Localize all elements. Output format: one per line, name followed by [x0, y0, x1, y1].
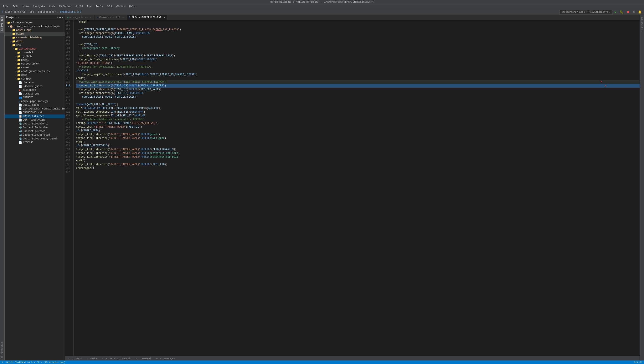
bottom-tab-terminal[interactable]: >_ Terminal	[133, 356, 154, 360]
tree-item-abseil[interactable]: ▸ 📁 abseil-cpp	[4, 28, 65, 32]
tree-item-config-files[interactable]: ▸ 📁 configuration_files	[4, 70, 65, 73]
menu-file[interactable]: File	[2, 5, 9, 8]
tree-item-changelog[interactable]: 📄 CHANGELOG.rst	[4, 111, 65, 114]
code-line-307: target_include_directories(${TEST_LIB} S…	[76, 58, 640, 62]
authors-icon: 👥	[19, 96, 22, 99]
menu-navigate[interactable]: Navigate	[32, 5, 46, 8]
tree-item-docker-focal[interactable]: 🐳 Dockerfile.focal	[4, 130, 65, 133]
menu-window[interactable]: Window	[115, 5, 126, 8]
file-tree-panel: Project ▾ ⊟ ⚙ ✕ ▾ 📁 clion_carto_ws ▾ 🏠 c…	[4, 15, 65, 360]
code-line-298	[76, 24, 640, 28]
menu-refactor[interactable]: Refactor	[58, 5, 72, 8]
license-label: LICENSE	[23, 141, 33, 144]
tree-item-bazelrc[interactable]: 📄 .bazelrc	[4, 81, 65, 84]
tree-item-github[interactable]: ▸ 📁 .github	[4, 54, 65, 58]
scripts-arrow-icon: ▸	[16, 78, 17, 80]
tree-item-authors[interactable]: 👥 AUTHORS	[4, 96, 65, 100]
todo-label: 6: TODO	[72, 357, 81, 360]
breadcrumb-workspace[interactable]: clion_carto_ws	[4, 10, 26, 14]
settings-button[interactable]: ⚙	[632, 10, 636, 14]
code-line-332: target_link_libraries("${TEST_TARGET_NAM…	[76, 151, 640, 155]
tree-item-dockerignore[interactable]: 📄 .dockerignore	[4, 84, 65, 88]
line-num-301: 301	[65, 35, 72, 39]
menu-build[interactable]: Build	[74, 5, 84, 8]
run-button[interactable]: ▶	[614, 10, 617, 14]
notification-button[interactable]: 🔔	[637, 10, 642, 14]
cmake-build-label: cmake-build-debug	[16, 36, 42, 39]
tree-close-icon[interactable]: ✕	[62, 16, 63, 19]
debug-button[interactable]: 🐛	[619, 10, 624, 14]
bottom-tab-cmake[interactable]: △ CMake	[84, 356, 99, 360]
tree-item-scripts[interactable]: ▸ 📁 scripts	[4, 77, 65, 81]
tree-item-gitignore[interactable]: ◆ .gitignore	[4, 88, 65, 92]
docker-bionic-icon: 🐳	[19, 122, 22, 126]
build-bazel-icon: 📄	[19, 104, 22, 107]
tree-item-license[interactable]: 📄 LICENSE	[4, 141, 65, 144]
left-side-tabs: 1: Project 2: Favorites	[0, 15, 4, 360]
tab-cmakelists-src-close[interactable]: ✕	[164, 16, 165, 19]
line-num-319: 319	[65, 102, 72, 106]
menu-code[interactable]: Code	[48, 5, 56, 8]
tree-item-cmake-config[interactable]: 📄 cartographer-config.cmake.in	[4, 107, 65, 111]
tab-cmakelists-src[interactable]: C src/…/CMakeLists.txt ✕	[126, 15, 168, 20]
tree-item-build-bazel[interactable]: 📄 BUILD.bazel	[4, 103, 65, 107]
code-line-297: endif()	[76, 20, 640, 24]
code-editor[interactable]: 297 298 299 300 301 302 303 304 305 306 …	[65, 20, 640, 356]
code-line-333: target_link_libraries("${TEST_TARGET_NAM…	[76, 155, 640, 159]
project-dropdown-icon[interactable]: ▾	[18, 16, 19, 19]
tree-item-docker-trusty[interactable]: 🐳 Dockerfile.trusty.bazel	[4, 137, 65, 141]
bottom-tab-todo[interactable]: ✓ 6: TODO	[66, 356, 84, 360]
tree-item-cartographer-sub[interactable]: ▸ 📁 cartographer	[4, 62, 65, 66]
tree-item-docker-stretch[interactable]: 🐳 Dockerfile.stretch	[4, 133, 65, 137]
tree-item-workspace[interactable]: ▾ 🏠 clion_carto_ws ~/clion_carto_ws	[4, 24, 65, 28]
tree-item-docs[interactable]: ▸ 📁 docs	[4, 73, 65, 77]
tree-item-cmake-build[interactable]: ▸ 📁 cmake-build-debug	[4, 36, 65, 40]
tab-node-main-close[interactable]: ✕	[90, 16, 92, 19]
tab-cmake-icon-2: C	[129, 16, 130, 18]
tree-item-src[interactable]: ▾ 📁 src	[4, 43, 65, 47]
cmake-build-folder-icon: 📁	[12, 36, 16, 39]
stop-button[interactable]: ⏹	[626, 10, 630, 14]
tree-item-docker-bionic[interactable]: 🐳 Dockerfile.bionic	[4, 122, 65, 126]
tree-item-devel[interactable]: ▸ 📁 devel	[4, 40, 65, 43]
menu-run[interactable]: Run	[86, 5, 92, 8]
menu-tools[interactable]: Tools	[95, 5, 104, 8]
tree-settings-icon[interactable]: ⚙	[59, 16, 61, 19]
code-line-336: endforeach()	[76, 166, 640, 170]
tree-item-travis[interactable]: 📄 .travis.yml	[4, 92, 65, 96]
bottom-tabs: ✓ 6: TODO △ CMake ⑂ 9: Version Control >…	[65, 356, 640, 360]
bottom-tab-messages[interactable]: ✉ 0: Messages	[154, 356, 178, 360]
line-num-326: 326	[65, 129, 72, 132]
root-label: clion_carto_ws	[11, 21, 32, 24]
bottom-tab-vcs[interactable]: ⑂ 9: Version Control	[100, 356, 133, 360]
tree-item-build[interactable]: ▸ 📁 build	[4, 32, 65, 36]
tab-node-main[interactable]: C node_main.cc ✕	[65, 15, 94, 20]
tree-item-root[interactable]: ▾ 📁 clion_carto_ws	[4, 21, 65, 24]
run-config-dropdown[interactable]: cartographer_node | RelWithDebInfo ▾	[560, 10, 612, 14]
tree-item-cmakelists[interactable]: 📋 CMakeLists.txt	[4, 114, 65, 118]
tree-item-docker-buster[interactable]: 🐳 Dockerfile.buster	[4, 126, 65, 130]
breadcrumb-cmakelists[interactable]: CMakeLists.txt	[60, 10, 81, 14]
config-files-label: configuration_files	[21, 70, 50, 73]
tree-item-contributing[interactable]: 📄 CONTRIBUTING.md	[4, 118, 65, 122]
menu-view[interactable]: View	[22, 5, 30, 8]
menu-vcs[interactable]: VCS	[106, 5, 113, 8]
tree-item-bazelci[interactable]: ▸ 📁 .bazelci	[4, 51, 65, 54]
tree-item-azure[interactable]: ☁ azure-pipelines.yml	[4, 100, 65, 103]
structure-tab[interactable]: 6: Structure	[640, 15, 644, 33]
breadcrumb-cartographer[interactable]: cartographer	[38, 10, 56, 14]
breadcrumb-src[interactable]: src	[30, 10, 34, 14]
tree-item-bazel[interactable]: ▸ 📁 bazel	[4, 58, 65, 62]
menu-edit[interactable]: Edit	[12, 5, 20, 8]
cmake-arrow-icon: ▸	[16, 66, 17, 69]
tab-cmakelists-root[interactable]: C CMakeLists.txt ✕	[94, 15, 126, 20]
line-num-306: 306	[65, 54, 72, 58]
left-tab-favorites[interactable]: 2: Favorites	[0, 340, 4, 360]
menu-help[interactable]: Help	[128, 5, 136, 8]
tree-item-cartographer-dir[interactable]: ▾ 📁 cartographer	[4, 47, 65, 51]
code-content[interactable]: endif() set(TARGET_COMPILE_FLAGS "${TARG…	[74, 20, 640, 356]
tree-collapse-icon[interactable]: ⊟	[57, 16, 58, 19]
tab-cmakelists-root-close[interactable]: ✕	[122, 16, 124, 19]
tree-item-cmake[interactable]: ▸ 📁 cmake	[4, 66, 65, 70]
left-tab-project[interactable]: 1: Project	[0, 15, 4, 33]
